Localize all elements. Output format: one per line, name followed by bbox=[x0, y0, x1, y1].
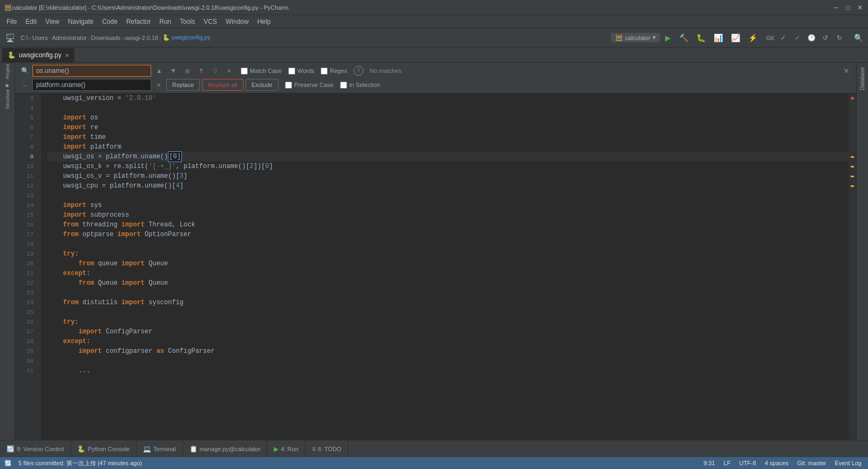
menu-help[interactable]: Help bbox=[253, 15, 275, 28]
bottom-tab-vcs[interactable]: 🔃 9: Version Control bbox=[0, 440, 71, 457]
menu-code[interactable]: Code bbox=[98, 15, 122, 28]
status-git[interactable]: Git: master bbox=[795, 460, 829, 466]
git-redo[interactable]: ↻ bbox=[833, 32, 845, 44]
in-selection-option[interactable]: In Selection bbox=[340, 82, 380, 89]
match-case-checkbox[interactable] bbox=[241, 68, 248, 75]
menu-refactor[interactable]: Refactor bbox=[122, 15, 155, 28]
code-line-8: import platform bbox=[48, 142, 849, 152]
regex-help-button[interactable]: ? bbox=[354, 66, 363, 76]
sidebar-project[interactable]: Project bbox=[1, 65, 14, 78]
find-filter-button[interactable]: ▽ bbox=[209, 65, 221, 77]
code-editor[interactable]: 3 4 5 6 7 8 9 10 11 12 13 14 15 16 17 18… bbox=[15, 93, 856, 440]
find-next-button[interactable]: ▼ bbox=[167, 65, 179, 77]
run-label: 4: Run bbox=[281, 446, 298, 452]
line-num-16: 16 bbox=[15, 220, 37, 230]
status-encoding[interactable]: UTF-8 bbox=[737, 460, 758, 466]
in-selection-checkbox[interactable] bbox=[340, 82, 347, 89]
breadcrumb-file[interactable]: 🐍 uwsgiconfig.py bbox=[162, 34, 211, 41]
breadcrumb-c[interactable]: C:\ bbox=[21, 35, 28, 41]
line-num-3: 3 bbox=[15, 93, 37, 103]
code-line-29: import configparser as ConfigParser bbox=[48, 346, 849, 356]
find-clear-button[interactable]: ✕ bbox=[223, 65, 234, 76]
menu-vcs[interactable]: VCS bbox=[199, 15, 221, 28]
git-check1[interactable]: ✓ bbox=[777, 32, 789, 44]
regex-option[interactable]: Regex bbox=[321, 68, 347, 75]
menu-tools[interactable]: Tools bbox=[175, 15, 199, 28]
replace-all-button[interactable]: Replace all bbox=[202, 79, 243, 91]
status-right: 9:31 LF UTF-8 4 spaces Git: master Event… bbox=[701, 460, 864, 466]
status-line-col[interactable]: 9:31 bbox=[701, 460, 717, 466]
menu-navigate[interactable]: Navigate bbox=[64, 15, 98, 28]
match-case-option[interactable]: Match Case bbox=[241, 68, 282, 75]
find-multiline-button[interactable]: ¶ bbox=[195, 65, 207, 77]
breadcrumb-users[interactable]: Users bbox=[32, 35, 48, 41]
status-commit-text[interactable]: 5 files committed: 第一次上传 (47 minutes ago… bbox=[16, 459, 144, 467]
breadcrumb-admin[interactable]: Administrator bbox=[52, 35, 87, 41]
vcs-label: 9: Version Control bbox=[17, 446, 64, 452]
menu-view[interactable]: View bbox=[41, 15, 64, 28]
menu-run[interactable]: Run bbox=[155, 15, 175, 28]
code-line-17: from optparse import OptionParser bbox=[48, 230, 849, 239]
tab-label: uwsgiconfig.py bbox=[19, 51, 62, 59]
run-button[interactable]: ▶ bbox=[662, 32, 674, 44]
regex-checkbox[interactable] bbox=[321, 68, 328, 75]
build-button[interactable]: 🔨 bbox=[676, 30, 691, 45]
status-indent[interactable]: 4 spaces bbox=[763, 460, 791, 466]
replace-button[interactable]: Replace bbox=[166, 79, 200, 91]
words-option[interactable]: Words bbox=[288, 68, 315, 75]
bottom-tab-todo[interactable]: ≡ 6: TODO bbox=[306, 440, 349, 457]
code-line-20: from queue import Queue bbox=[48, 259, 849, 269]
project-selector[interactable]: 🧮 calculator ▾ bbox=[611, 33, 660, 42]
line-num-11: 11 bbox=[15, 171, 37, 181]
bottom-tab-terminal[interactable]: 💻 Terminal bbox=[137, 440, 183, 457]
debug-button[interactable]: 🐛 bbox=[694, 30, 709, 45]
tab-uwsgiconfig[interactable]: 🐍 uwsgiconfig.py ✕ bbox=[2, 48, 74, 62]
tab-close-button[interactable]: ✕ bbox=[65, 52, 69, 58]
preserve-case-checkbox[interactable] bbox=[285, 82, 292, 89]
bottom-tab-python-console[interactable]: 🐍 Python Console bbox=[71, 440, 137, 457]
find-close-button[interactable]: ✕ bbox=[841, 65, 852, 76]
find-prev-button[interactable]: ▲ bbox=[153, 65, 165, 77]
git-section: Git: ✓ ✓ 🕐 ↺ ↻ bbox=[763, 32, 849, 44]
left-sidebar: Project ★ Structure bbox=[0, 63, 15, 440]
preserve-case-option[interactable]: Preserve Case bbox=[285, 82, 334, 89]
code-content: uwsgi_version = '2.0.18' import os impor… bbox=[41, 93, 849, 440]
right-tab-database[interactable]: Database bbox=[858, 65, 866, 92]
code-line-28: except: bbox=[48, 337, 849, 346]
breadcrumb-downloads[interactable]: Downloads bbox=[91, 35, 120, 41]
toolbar-right: 🧮 calculator ▾ ▶ 🔨 🐛 📊 📈 ⚡ Git: ✓ ✓ 🕐 ↺ … bbox=[611, 30, 866, 45]
no-matches-text: No matches bbox=[370, 68, 402, 74]
git-check2[interactable]: ✓ bbox=[791, 32, 803, 44]
bottom-tab-manage[interactable]: 📋 manage.py@calculator bbox=[183, 440, 268, 457]
git-undo[interactable]: ↺ bbox=[819, 32, 831, 44]
profile-button[interactable]: 📈 bbox=[728, 30, 743, 45]
minimize-button[interactable]: ─ bbox=[832, 4, 840, 11]
find-all-button[interactable]: ⊞ bbox=[181, 65, 193, 77]
menu-edit[interactable]: Edit bbox=[21, 15, 41, 28]
bottom-tab-run[interactable]: ▶ 4: Run bbox=[267, 440, 305, 457]
search-everywhere[interactable]: 🔍 bbox=[851, 30, 866, 45]
gutter-6 bbox=[849, 123, 856, 132]
close-button[interactable]: ✕ bbox=[856, 4, 864, 11]
replace-input[interactable] bbox=[32, 79, 151, 91]
gutter-5 bbox=[849, 113, 856, 123]
menu-file[interactable]: File bbox=[2, 15, 21, 28]
replace-row: ↔ ✕ Replace Replace all Exclude Preserve… bbox=[19, 79, 852, 91]
find-input[interactable] bbox=[32, 65, 151, 77]
replace-clear-button[interactable]: ✕ bbox=[153, 79, 164, 90]
concurrency-button[interactable]: ⚡ bbox=[745, 30, 761, 45]
exclude-button[interactable]: Exclude bbox=[246, 79, 279, 91]
status-lf[interactable]: LF bbox=[722, 460, 733, 466]
sidebar-structure[interactable]: Structure bbox=[1, 93, 14, 106]
menu-window[interactable]: Window bbox=[221, 15, 253, 28]
status-event-log[interactable]: Event Log bbox=[832, 460, 864, 466]
code-line-24: from distutils import sysconfig bbox=[48, 298, 849, 307]
words-checkbox[interactable] bbox=[288, 68, 295, 75]
preserve-case-label: Preserve Case bbox=[294, 82, 334, 88]
coverage-button[interactable]: 📊 bbox=[711, 30, 726, 45]
code-line-21: except: bbox=[48, 269, 849, 278]
line-num-18: 18 bbox=[15, 239, 37, 249]
maximize-button[interactable]: □ bbox=[844, 4, 852, 11]
git-history[interactable]: 🕐 bbox=[805, 32, 817, 44]
breadcrumb-uwsgi[interactable]: uwsgi-2.0.18 bbox=[125, 35, 158, 41]
